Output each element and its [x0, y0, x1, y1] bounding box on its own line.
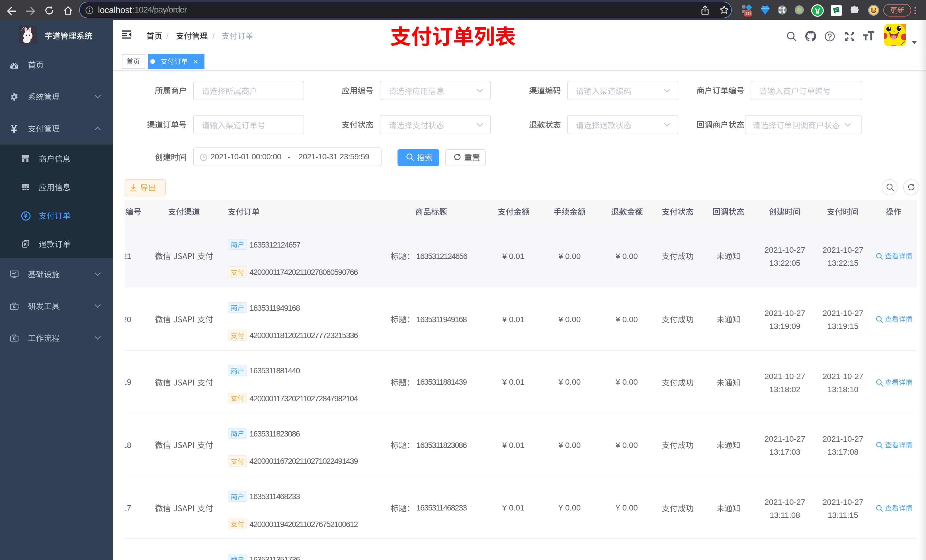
svg-text:10: 10: [746, 11, 751, 16]
